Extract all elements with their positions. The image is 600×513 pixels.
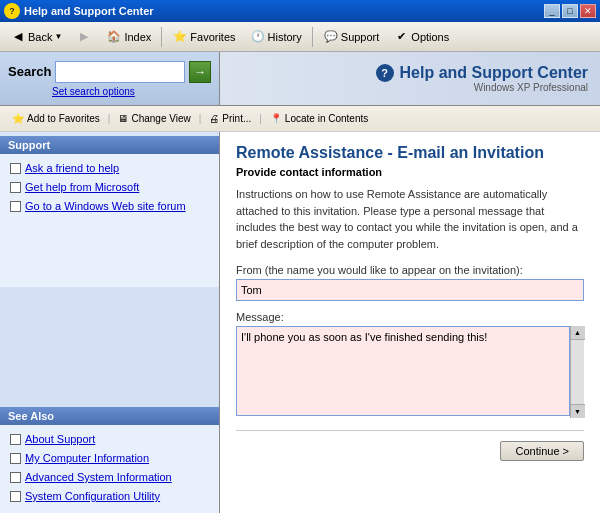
sidebar-item-windows-forum[interactable]: Go to a Windows Web site forum: [6, 198, 213, 214]
windows-forum-link[interactable]: Go to a Windows Web site forum: [25, 200, 186, 212]
locate-button[interactable]: 📍 Locate in Contents: [266, 111, 372, 126]
search-inner: Search →: [8, 61, 211, 83]
sidebar-item-system-config[interactable]: System Configuration Utility: [6, 488, 213, 504]
main-content: Remote Assistance - E-mail an Invitation…: [220, 132, 600, 513]
history-button[interactable]: 🕐 History: [244, 26, 308, 48]
advanced-system-link[interactable]: Advanced System Information: [25, 471, 172, 483]
ask-friend-link[interactable]: Ask a friend to help: [25, 162, 119, 174]
print-icon: 🖨: [209, 113, 219, 124]
options-label: Options: [411, 31, 449, 43]
toolbar-separator: [161, 27, 162, 47]
scrollbar[interactable]: ▲ ▼: [570, 326, 584, 418]
header-subtitle: Windows XP Professional: [474, 82, 588, 93]
system-config-checkbox[interactable]: [10, 491, 21, 502]
toolbar: ◀ Back ▼ ▶ 🏠 Index ⭐ Favorites 🕐 History…: [0, 22, 600, 52]
get-microsoft-checkbox[interactable]: [10, 182, 21, 193]
sidebar-spacer: [0, 287, 219, 408]
support-items: Ask a friend to help Get help from Micro…: [0, 154, 219, 287]
sidebar-item-computer-info[interactable]: My Computer Information: [6, 450, 213, 466]
add-favorites-icon: ⭐: [12, 113, 24, 124]
message-label: Message:: [236, 311, 584, 323]
sidebar-item-ask-friend[interactable]: Ask a friend to help: [6, 160, 213, 176]
from-input[interactable]: [236, 279, 584, 301]
add-favorites-label: Add to Favorites: [27, 113, 100, 124]
history-label: History: [268, 31, 302, 43]
window-controls: _ □ ✕: [544, 4, 596, 18]
message-textarea-wrap: ▲ ▼: [236, 326, 584, 418]
about-support-checkbox[interactable]: [10, 434, 21, 445]
add-favorites-button[interactable]: ⭐ Add to Favorites: [8, 111, 104, 126]
continue-button[interactable]: Continue >: [500, 441, 584, 461]
windows-forum-checkbox[interactable]: [10, 201, 21, 212]
change-view-button[interactable]: 🖥 Change View: [114, 111, 194, 126]
system-config-link[interactable]: System Configuration Utility: [25, 490, 160, 502]
options-icon: ✔: [393, 29, 409, 45]
scrollbar-up-button[interactable]: ▲: [571, 326, 585, 340]
locate-label: Locate in Contents: [285, 113, 368, 124]
divider: [236, 430, 584, 431]
computer-info-link[interactable]: My Computer Information: [25, 452, 149, 464]
minimize-button[interactable]: _: [544, 4, 560, 18]
sidebar-item-advanced-system[interactable]: Advanced System Information: [6, 469, 213, 485]
app-icon: ?: [4, 3, 20, 19]
support-icon: 💬: [323, 29, 339, 45]
history-icon: 🕐: [250, 29, 266, 45]
window-title: Help and Support Center: [24, 5, 154, 17]
advanced-system-checkbox[interactable]: [10, 472, 21, 483]
favorites-label: Favorites: [190, 31, 235, 43]
favorites-button[interactable]: ⭐ Favorites: [166, 26, 241, 48]
locate-icon: 📍: [270, 113, 282, 124]
back-label: Back: [28, 31, 52, 43]
search-label: Search: [8, 64, 51, 79]
sidebar: Support Ask a friend to help Get help fr…: [0, 132, 220, 513]
change-view-icon: 🖥: [118, 113, 128, 124]
action-separator-3: |: [259, 113, 262, 124]
go-arrow-icon: →: [194, 65, 206, 79]
action-separator-1: |: [108, 113, 111, 124]
section-subtitle: Provide contact information: [236, 166, 584, 178]
sidebar-item-about-support[interactable]: About Support: [6, 431, 213, 447]
ask-friend-checkbox[interactable]: [10, 163, 21, 174]
action-separator-2: |: [199, 113, 202, 124]
home-button[interactable]: 🏠 Index: [100, 26, 157, 48]
search-input[interactable]: [55, 61, 185, 83]
support-section-header: Support: [0, 136, 219, 154]
change-view-label: Change View: [131, 113, 190, 124]
home-icon: 🏠: [106, 29, 122, 45]
forward-icon: ▶: [76, 29, 92, 45]
see-also-items: About Support My Computer Information Ad…: [0, 425, 219, 513]
message-textarea[interactable]: [236, 326, 570, 416]
print-button[interactable]: 🖨 Print...: [205, 111, 255, 126]
support-label: Support: [341, 31, 380, 43]
support-button[interactable]: 💬 Support: [317, 26, 386, 48]
search-options-link[interactable]: Set search options: [52, 86, 135, 97]
sidebar-bottom: See Also About Support My Computer Infor…: [0, 407, 219, 513]
close-button[interactable]: ✕: [580, 4, 596, 18]
back-button[interactable]: ◀ Back ▼: [4, 26, 68, 48]
favorites-icon: ⭐: [172, 29, 188, 45]
top-row: Search → Set search options ? Help and S…: [0, 52, 600, 106]
maximize-button[interactable]: □: [562, 4, 578, 18]
computer-info-checkbox[interactable]: [10, 453, 21, 464]
scrollbar-down-button[interactable]: ▼: [571, 404, 585, 418]
get-microsoft-link[interactable]: Get help from Microsoft: [25, 181, 139, 193]
forward-button[interactable]: ▶: [70, 26, 98, 48]
title-bar-left: ? Help and Support Center: [4, 3, 154, 19]
header-title-area: ? Help and Support Center Windows XP Pro…: [220, 52, 600, 105]
home-label: Index: [124, 31, 151, 43]
content-area: Support Ask a friend to help Get help fr…: [0, 132, 600, 513]
toolbar-separator-2: [312, 27, 313, 47]
search-go-button[interactable]: →: [189, 61, 211, 83]
back-icon: ◀: [10, 29, 26, 45]
sidebar-item-get-microsoft[interactable]: Get help from Microsoft: [6, 179, 213, 195]
options-button[interactable]: ✔ Options: [387, 26, 455, 48]
page-title: Remote Assistance - E-mail an Invitation: [236, 144, 584, 162]
from-label: From (the name you would like to appear …: [236, 264, 584, 276]
description-text: Instructions on how to use Remote Assist…: [236, 186, 584, 252]
search-area: Search → Set search options: [0, 52, 220, 105]
dropdown-arrow: ▼: [54, 32, 62, 41]
see-also-section-header: See Also: [0, 407, 219, 425]
action-bar: ⭐ Add to Favorites | 🖥 Change View | 🖨 P…: [0, 106, 600, 132]
header-main-title: Help and Support Center: [400, 64, 588, 82]
about-support-link[interactable]: About Support: [25, 433, 95, 445]
